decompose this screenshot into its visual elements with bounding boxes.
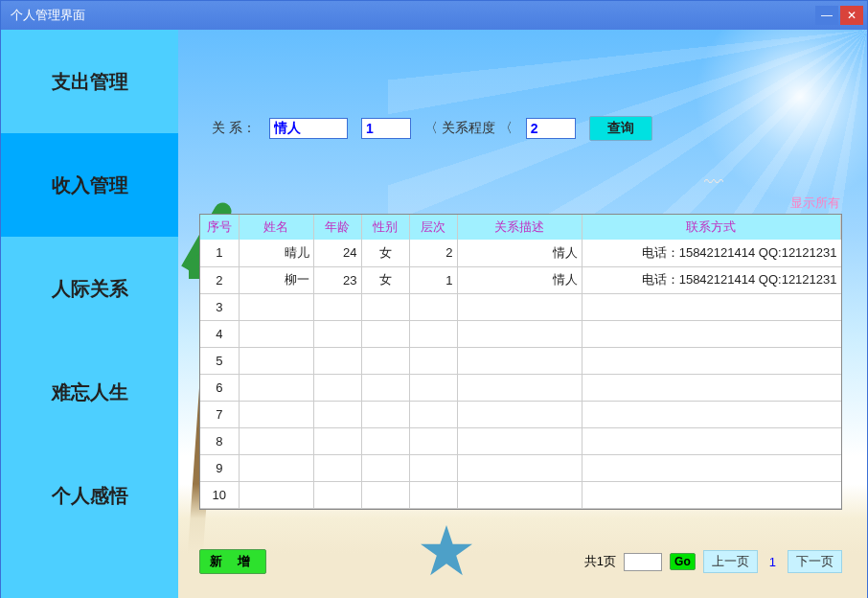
current-page: 1 — [765, 555, 780, 569]
sidebar-item-thoughts[interactable]: 个人感悟 — [1, 444, 178, 547]
window-controls: — ✕ — [815, 6, 863, 25]
table-cell: 7 — [200, 401, 239, 427]
goto-page-input[interactable] — [624, 553, 662, 571]
prev-page-button[interactable]: 上一页 — [703, 550, 758, 573]
table-cell — [361, 427, 409, 454]
table-cell: 电话：15842121414 QQ:12121231 — [582, 240, 841, 266]
table-row[interactable]: 3 — [200, 293, 841, 320]
table-cell: 23 — [313, 266, 361, 293]
table-cell — [457, 481, 582, 508]
table-cell — [239, 374, 313, 401]
table-row[interactable]: 2柳一23女1情人电话：15842121414 QQ:12121231 — [200, 266, 841, 293]
sidebar-item-memories[interactable]: 难忘人生 — [1, 340, 178, 444]
sidebar-item-expense[interactable]: 支出管理 — [1, 30, 178, 133]
table-cell: 4 — [200, 320, 239, 347]
table-cell — [361, 293, 409, 320]
table-cell — [313, 481, 361, 508]
minimize-button[interactable]: — — [815, 6, 838, 25]
table-cell — [361, 454, 409, 481]
pager: 新 增 共1页 Go 上一页 1 下一页 — [199, 549, 842, 574]
table-cell — [582, 481, 841, 508]
table-cell — [457, 454, 582, 481]
table-cell: 1 — [409, 266, 457, 293]
search-bar: 关 系： 〈 关系程度 〈 查询 — [212, 116, 652, 141]
relation-input[interactable] — [269, 118, 348, 139]
table-row[interactable]: 8 — [200, 427, 841, 454]
sidebar: 支出管理 收入管理 人际关系 难忘人生 个人感悟 — [1, 30, 178, 598]
table-cell — [361, 401, 409, 427]
table-cell: 1 — [200, 240, 239, 266]
table-cell — [409, 320, 457, 347]
table-cell — [409, 481, 457, 508]
go-button[interactable]: Go — [670, 553, 696, 570]
column-header: 年龄 — [313, 215, 361, 240]
next-page-button[interactable]: 下一页 — [788, 550, 842, 573]
table-cell — [582, 427, 841, 454]
table-cell — [457, 401, 582, 427]
table-cell — [313, 347, 361, 374]
table-cell — [313, 454, 361, 481]
table-cell: 6 — [200, 374, 239, 401]
table-cell: 10 — [200, 481, 239, 508]
table-cell — [361, 374, 409, 401]
table-cell — [409, 454, 457, 481]
column-header: 性别 — [361, 215, 409, 240]
table-cell — [582, 347, 841, 374]
bird-icon: 〰 — [704, 172, 723, 194]
range-to-input[interactable] — [526, 118, 576, 139]
table-cell — [239, 347, 313, 374]
window-body: 支出管理 收入管理 人际关系 难忘人生 个人感悟 〰 关 系： — [1, 30, 867, 598]
range-label: 〈 关系程度 〈 — [424, 120, 513, 137]
column-header: 姓名 — [239, 215, 313, 240]
table-cell — [457, 293, 582, 320]
table-cell — [313, 320, 361, 347]
table-cell — [361, 320, 409, 347]
column-header: 序号 — [200, 215, 239, 240]
table-cell: 女 — [361, 240, 409, 266]
sun-decoration — [695, 30, 867, 202]
table-cell — [409, 293, 457, 320]
table-cell — [239, 293, 313, 320]
table-cell: 柳一 — [239, 266, 313, 293]
table-cell — [457, 374, 582, 401]
sidebar-item-relations[interactable]: 人际关系 — [1, 237, 178, 340]
table-cell: 8 — [200, 427, 239, 454]
add-button[interactable]: 新 增 — [199, 549, 266, 574]
relation-label: 关 系： — [212, 120, 256, 137]
table-cell: 5 — [200, 347, 239, 374]
table-cell — [239, 401, 313, 427]
table-cell: 2 — [409, 240, 457, 266]
table-row[interactable]: 1晴儿24女2情人电话：15842121414 QQ:12121231 — [200, 240, 841, 266]
table-cell: 24 — [313, 240, 361, 266]
app-window: 个人管理界面 — ✕ 支出管理 收入管理 人际关系 难忘人生 个人感悟 〰 — [0, 0, 868, 598]
table-cell — [457, 427, 582, 454]
table-cell — [582, 401, 841, 427]
table-cell — [582, 293, 841, 320]
table-row[interactable]: 4 — [200, 320, 841, 347]
sidebar-item-income[interactable]: 收入管理 — [1, 133, 178, 237]
table-cell — [313, 374, 361, 401]
table-cell — [313, 427, 361, 454]
table-cell — [582, 454, 841, 481]
range-from-input[interactable] — [361, 118, 411, 139]
table-cell — [239, 427, 313, 454]
table-cell — [239, 481, 313, 508]
titlebar: 个人管理界面 — ✕ — [1, 1, 867, 30]
table-row[interactable]: 9 — [200, 454, 841, 481]
table-cell — [361, 347, 409, 374]
table-cell — [313, 293, 361, 320]
results-table: 序号姓名年龄性别层次关系描述联系方式 1晴儿24女2情人电话：158421214… — [199, 214, 842, 510]
table-cell — [409, 374, 457, 401]
show-all-link[interactable]: 显示所有 — [790, 195, 840, 212]
table-cell — [409, 427, 457, 454]
table-row[interactable]: 7 — [200, 401, 841, 427]
close-button[interactable]: ✕ — [840, 6, 863, 25]
table-cell: 情人 — [457, 240, 582, 266]
query-button[interactable]: 查询 — [589, 116, 652, 141]
table-cell: 女 — [361, 266, 409, 293]
table-cell — [409, 401, 457, 427]
table-row[interactable]: 6 — [200, 374, 841, 401]
table-row[interactable]: 5 — [200, 347, 841, 374]
table-row[interactable]: 10 — [200, 481, 841, 508]
column-header: 层次 — [409, 215, 457, 240]
